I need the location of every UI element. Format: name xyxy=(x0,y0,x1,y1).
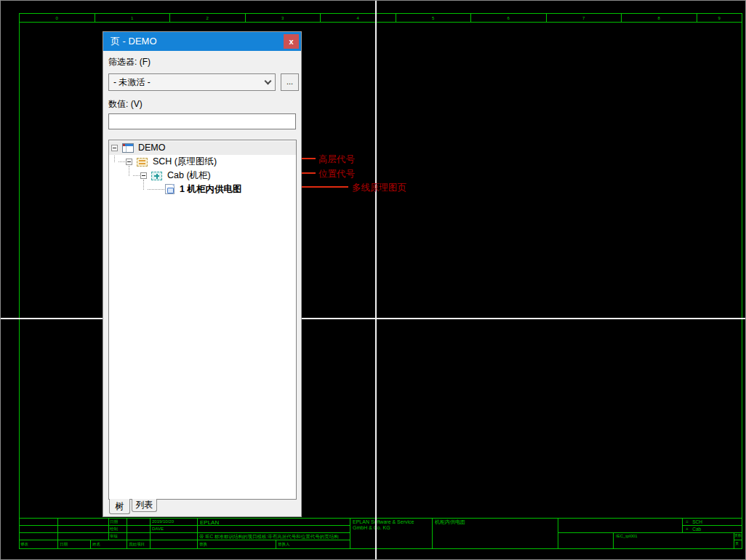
annotation-label-location: 位置代号 xyxy=(318,168,355,180)
titleblock-date-label: 日期 xyxy=(110,519,118,524)
value-input[interactable] xyxy=(108,113,296,129)
tree-item-label: DEMO xyxy=(138,141,166,155)
tab-list[interactable]: 列表 xyxy=(132,499,157,512)
filter-dropdown-value: - 未激活 - xyxy=(113,76,151,89)
ruler-cell: 6 xyxy=(471,14,547,22)
ruler-cell: 7 xyxy=(547,14,622,22)
ruler-cell: 4 xyxy=(321,14,396,22)
titleblock-replacedby-label: 替换人 xyxy=(278,542,290,546)
tree-item-project[interactable]: DEMO xyxy=(109,141,296,155)
close-icon: x xyxy=(289,37,293,46)
ellipsis-icon: ... xyxy=(286,77,293,86)
frame-line xyxy=(19,540,350,540)
titleblock-page-label: 页 xyxy=(735,542,739,546)
tab-tree-label: 树 xyxy=(116,500,124,513)
collapse-icon[interactable] xyxy=(111,145,118,151)
titleblock-template: IEC_tpl001 xyxy=(616,534,638,539)
frame-line xyxy=(19,525,350,526)
titleblock-location: + Cab xyxy=(686,527,701,532)
filter-browse-button[interactable]: ... xyxy=(281,73,299,91)
titleblock-date2-label: 日期 xyxy=(60,542,68,546)
tab-list-label: 列表 xyxy=(136,499,153,511)
ruler-cell: 2 xyxy=(170,14,246,22)
eplan-workspace: 0 1 2 3 4 5 6 7 8 9 日期 2019/10/20 绘制 DAV… xyxy=(0,0,746,560)
filter-dropdown[interactable]: - 未激活 - xyxy=(108,73,276,91)
ruler-cell: 5 xyxy=(396,14,472,22)
titleblock-company-full: EPLAN Software & Service GmbH & Co. KG xyxy=(353,519,430,531)
tab-tree[interactable]: 树 xyxy=(109,499,130,514)
titleblock-drawn-value: DAVE xyxy=(152,527,164,532)
frame-line xyxy=(558,518,558,549)
frame-line xyxy=(197,518,198,549)
frame-line xyxy=(682,518,683,532)
collapse-icon[interactable] xyxy=(140,172,147,179)
titleblock-pages-label: 页数 xyxy=(734,534,742,538)
frame-line xyxy=(432,518,433,549)
tree-item-label: 1 机柜内供电图 xyxy=(180,183,241,196)
page-dialog: 页 - DEMO x 筛选器: (F) - 未激活 - ... 数值: (V) xyxy=(103,31,302,517)
titleblock-replace-label: 替换 xyxy=(199,542,207,546)
titleblock-date-value: 2019/10/20 xyxy=(152,519,174,524)
frame-line xyxy=(613,532,614,549)
collapse-icon[interactable] xyxy=(126,159,132,165)
ruler-cell: 8 xyxy=(622,14,697,22)
higher-level-structure-icon xyxy=(137,158,148,167)
frame-line xyxy=(19,518,742,519)
titleblock-company-short: EPLAN xyxy=(200,519,219,526)
titleblock-description: 带 IEC 标准标识结构的项目模板:带有高层代号和位置代号的页结构 xyxy=(199,534,349,539)
frame-line xyxy=(558,532,742,533)
frame-bottom-line xyxy=(19,548,742,549)
schematic-page-icon xyxy=(165,184,175,194)
titleblock-modified-label: 修改 xyxy=(20,542,28,546)
frame-line xyxy=(350,518,350,549)
ruler-cell: 9 xyxy=(697,14,742,22)
tree-item-page[interactable]: 1 机柜内供电图 xyxy=(109,183,296,196)
dialog-titlebar[interactable]: 页 - DEMO xyxy=(103,32,301,51)
titleblock-checked-label: 审核 xyxy=(110,534,118,538)
close-button[interactable]: x xyxy=(284,34,299,49)
tree-item-higher-level[interactable]: SCH (原理图纸) xyxy=(109,155,296,169)
frame-line xyxy=(127,518,127,549)
page-tree: DEMO SCH (原理图纸) Cab (机柜) 1 机柜内供电图 xyxy=(108,140,297,500)
chevron-down-icon xyxy=(265,77,272,84)
titleblock-origin-label: 原始项目 xyxy=(129,542,145,546)
frame-line xyxy=(108,518,109,540)
annotation-label-multiline-page: 多线原理图页 xyxy=(352,182,406,194)
frame-line xyxy=(276,540,276,549)
tree-item-location[interactable]: Cab (机柜) xyxy=(109,169,296,183)
location-plus-icon xyxy=(151,172,162,180)
titleblock-name-label: 姓名 xyxy=(92,542,100,546)
frame-line xyxy=(734,540,742,540)
value-label: 数值: (V) xyxy=(108,98,143,111)
dialog-title: 页 - DEMO xyxy=(111,35,157,48)
column-ruler: 0 1 2 3 4 5 6 7 8 9 xyxy=(19,13,742,23)
titleblock-page-description: 机柜内供电图 xyxy=(435,519,465,525)
ruler-cell: 3 xyxy=(246,14,321,22)
tree-item-label: SCH (原理图纸) xyxy=(153,155,217,169)
tree-item-label: Cab (机柜) xyxy=(167,169,211,183)
frame-line xyxy=(19,532,350,533)
frame-line xyxy=(90,540,91,549)
filter-label: 筛选器: (F) xyxy=(108,56,151,68)
titleblock-drawn-label: 绘制 xyxy=(110,527,118,531)
frame-right-line xyxy=(742,23,742,549)
ruler-cell: 0 xyxy=(20,14,95,22)
ruler-cell: 1 xyxy=(95,14,171,22)
annotation-label-higher-level: 高层代号 xyxy=(318,153,355,166)
frame-line xyxy=(150,518,151,549)
project-window-icon xyxy=(122,143,134,153)
frame-left-line xyxy=(19,23,20,549)
crosshair-vertical-line xyxy=(375,1,377,560)
frame-line xyxy=(57,518,58,549)
titleblock-higher-level: = SCH xyxy=(686,519,702,524)
